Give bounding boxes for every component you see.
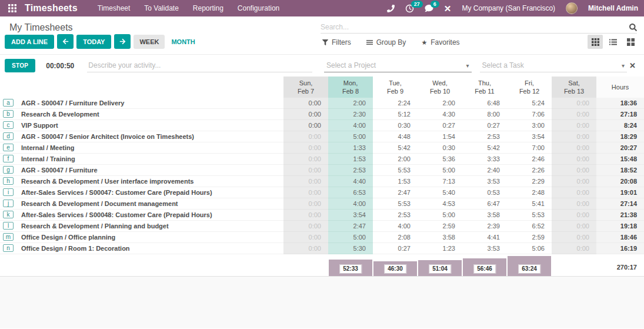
timesheet-cell[interactable]: 0:00 [552, 142, 596, 154]
timesheet-cell[interactable]: 2:53 [328, 165, 373, 176]
favorites-menu[interactable]: ★ Favorites [421, 38, 459, 46]
timesheet-cell[interactable]: 5:53 [373, 198, 418, 210]
company-switcher[interactable]: My Company (San Francisco) [462, 4, 555, 12]
timesheet-cell[interactable]: 2:00 [373, 154, 418, 165]
timesheet-cell[interactable]: 0:00 [283, 210, 328, 221]
filters-menu[interactable]: Filters [322, 38, 351, 46]
timesheet-cell[interactable]: 7:06 [507, 109, 552, 120]
timesheet-cell[interactable]: 1:53 [373, 176, 418, 187]
timesheet-cell[interactable]: 0:30 [418, 142, 462, 154]
timesheet-cell[interactable]: 0:00 [283, 221, 328, 232]
timesheet-cell[interactable]: 5:30 [328, 243, 373, 254]
timesheet-cell[interactable]: 5:53 [507, 210, 552, 221]
timesheet-cell[interactable]: 5:53 [373, 165, 418, 176]
timesheet-cell[interactable]: 3:53 [462, 176, 507, 187]
timesheet-cell[interactable]: 5:42 [462, 142, 507, 154]
timesheet-cell[interactable]: 3:33 [462, 154, 507, 165]
user-avatar[interactable] [566, 2, 578, 14]
timesheet-cell[interactable]: 1:53 [328, 154, 373, 165]
previous-week-button[interactable] [57, 34, 74, 49]
timesheet-cell[interactable]: 0:00 [552, 154, 596, 165]
timesheet-cell[interactable]: 0:30 [373, 120, 418, 131]
project-select[interactable]: Select a Project ▾ [324, 59, 472, 72]
timesheet-cell[interactable]: 0:00 [552, 232, 596, 243]
timesheet-cell[interactable]: 5:00 [418, 210, 462, 221]
timesheet-cell[interactable]: 7:00 [507, 142, 552, 154]
timesheet-cell[interactable]: 5:00 [328, 232, 373, 243]
timesheet-cell[interactable]: 0:00 [552, 221, 596, 232]
timesheet-cell[interactable]: 4:00 [373, 221, 418, 232]
timesheet-cell[interactable]: 5:41 [507, 198, 552, 210]
timesheet-cell[interactable]: 0:00 [552, 109, 596, 120]
timesheet-cell[interactable]: 0:27 [462, 120, 507, 131]
timesheet-cell[interactable]: 8:00 [462, 109, 507, 120]
timesheet-cell[interactable]: 0:00 [283, 232, 328, 243]
timesheet-cell[interactable]: 4:00 [328, 198, 373, 210]
timesheet-cell[interactable]: 2:53 [373, 210, 418, 221]
timesheet-cell[interactable]: 0:00 [283, 198, 328, 210]
timesheet-cell[interactable]: 0:00 [552, 120, 596, 131]
timer-close-icon[interactable]: ✕ [627, 61, 638, 70]
timesheet-cell[interactable]: 3:54 [328, 210, 373, 221]
timesheet-cell[interactable]: 5:12 [373, 109, 418, 120]
add-a-line-button[interactable]: ADD A LINE [5, 35, 54, 49]
search-input[interactable] [321, 21, 629, 33]
timesheet-cell[interactable]: 4:00 [328, 120, 373, 131]
timesheet-cell[interactable]: 2:00 [418, 98, 462, 109]
task-select[interactable]: Select a Task ▾ [480, 59, 628, 72]
grid-view-button[interactable] [588, 35, 603, 49]
timesheet-cell[interactable]: 2:08 [373, 232, 418, 243]
timesheet-cell[interactable]: 2:59 [418, 221, 462, 232]
timesheet-cell[interactable]: 5:40 [418, 187, 462, 198]
voip-phone-icon[interactable] [387, 5, 395, 12]
messages-icon[interactable]: 6 [425, 4, 433, 12]
timesheet-cell[interactable]: 0:00 [552, 198, 596, 210]
timesheet-cell[interactable]: 0:00 [283, 176, 328, 187]
timesheet-cell[interactable]: 5:00 [418, 165, 462, 176]
timesheet-cell[interactable]: 4:30 [418, 109, 462, 120]
timesheet-cell[interactable]: 0:00 [283, 120, 328, 131]
timesheet-cell[interactable]: 0:00 [552, 210, 596, 221]
timesheet-cell[interactable]: 0:27 [418, 120, 462, 131]
activities-clock-icon[interactable]: 27 [405, 4, 414, 13]
timesheet-cell[interactable]: 6:52 [507, 221, 552, 232]
timesheet-cell[interactable]: 7:13 [418, 176, 462, 187]
timesheet-cell[interactable]: 0:00 [283, 243, 328, 254]
activity-description-input[interactable] [87, 59, 312, 72]
timesheet-cell[interactable]: 3:58 [462, 210, 507, 221]
nav-item-timesheet[interactable]: Timesheet [98, 4, 131, 12]
timesheet-cell[interactable]: 2:30 [328, 109, 373, 120]
timesheet-cell[interactable]: 2:24 [373, 98, 418, 109]
timesheet-cell[interactable]: 0:00 [283, 187, 328, 198]
timesheet-cell[interactable]: 0:00 [283, 142, 328, 154]
range-month-button[interactable]: MONTH [168, 35, 198, 49]
next-week-button[interactable] [114, 34, 131, 49]
timesheet-cell[interactable]: 0:27 [373, 243, 418, 254]
timesheet-cell[interactable]: 5:36 [418, 154, 462, 165]
nav-item-reporting[interactable]: Reporting [193, 4, 223, 12]
timesheet-cell[interactable]: 0:00 [283, 165, 328, 176]
timesheet-cell[interactable]: 5:00 [328, 131, 373, 142]
timesheet-cell[interactable]: 1:33 [328, 142, 373, 154]
timesheet-cell[interactable]: 0:00 [552, 98, 596, 109]
timesheet-cell[interactable]: 0:00 [283, 154, 328, 165]
timesheet-cell[interactable]: 2:26 [507, 165, 552, 176]
search-icon[interactable] [629, 24, 637, 31]
timesheet-cell[interactable]: 3:58 [418, 232, 462, 243]
group-by-menu[interactable]: Group By [366, 38, 406, 46]
timesheet-cell[interactable]: 0:00 [552, 131, 596, 142]
timesheet-cell[interactable]: 2:47 [373, 187, 418, 198]
timesheet-cell[interactable]: 3:54 [507, 131, 552, 142]
list-view-button[interactable] [605, 35, 620, 49]
timesheet-cell[interactable]: 2:47 [328, 221, 373, 232]
timesheet-cell[interactable]: 4:41 [462, 232, 507, 243]
timesheet-cell[interactable]: 0:00 [283, 98, 328, 109]
timesheet-cell[interactable]: 5:42 [373, 142, 418, 154]
timesheet-cell[interactable]: 2:39 [462, 221, 507, 232]
timesheet-cell[interactable]: 0:00 [283, 109, 328, 120]
timesheet-cell[interactable]: 6:53 [328, 187, 373, 198]
nav-item-to-validate[interactable]: To Validate [144, 4, 178, 12]
timesheet-cell[interactable]: 4:48 [373, 131, 418, 142]
apps-menu-icon[interactable] [0, 0, 25, 16]
timesheet-cell[interactable]: 0:00 [283, 131, 328, 142]
